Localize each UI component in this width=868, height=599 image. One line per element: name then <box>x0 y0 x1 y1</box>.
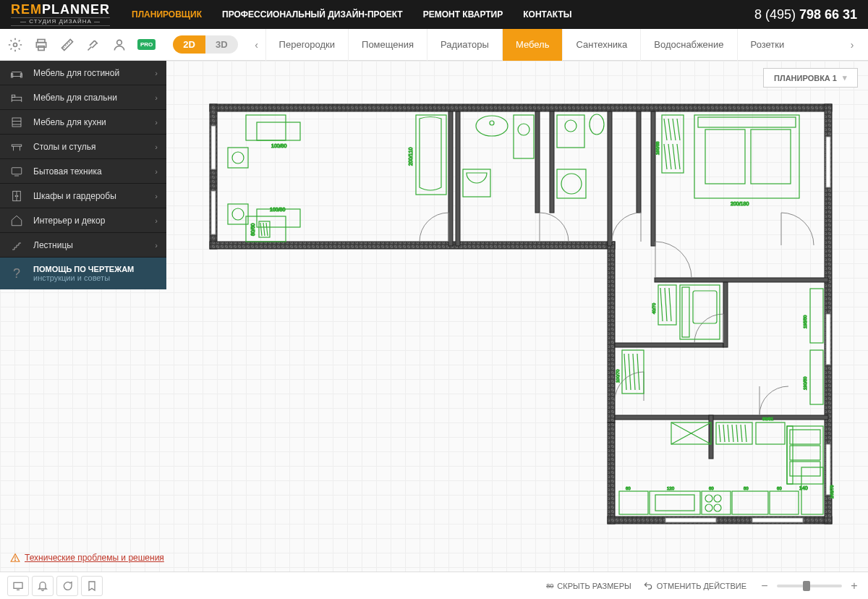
tabs-scroll-right[interactable]: › <box>843 29 861 61</box>
tools-icon[interactable] <box>85 37 101 53</box>
question-icon: ? <box>9 266 25 281</box>
pro-badge[interactable]: PRO <box>137 39 156 50</box>
svg-line-98 <box>633 354 635 390</box>
svg-point-47 <box>232 208 244 220</box>
chevron-right-icon: › <box>155 241 158 250</box>
svg-rect-7 <box>210 104 832 111</box>
svg-text:60/60: 60/60 <box>250 223 255 236</box>
svg-rect-44 <box>228 148 248 168</box>
svg-point-4 <box>117 40 122 45</box>
sidebar-item-kitchen[interactable]: Мебель для кухни › <box>0 110 166 135</box>
chevron-right-icon: › <box>155 167 158 176</box>
nav-planner[interactable]: ПЛАНИРОВЩИК <box>132 9 202 20</box>
tab-plumbing[interactable]: Сантехника <box>562 29 640 61</box>
chevron-right-icon: › <box>155 93 158 102</box>
floorplan[interactable]: 100/80 100/80 60/60 200/110 <box>203 97 854 548</box>
tab-water[interactable]: Водоснабжение <box>640 29 736 61</box>
svg-rect-90 <box>693 291 717 323</box>
chevron-right-icon: › <box>155 118 158 127</box>
zoom-out-button[interactable]: − <box>758 579 771 592</box>
svg-point-128 <box>705 504 712 511</box>
nav-contacts[interactable]: КОНТАКТЫ <box>523 9 571 20</box>
view-2d-button[interactable]: 2D <box>173 35 205 54</box>
svg-line-84 <box>660 288 663 321</box>
svg-point-64 <box>565 120 576 132</box>
svg-rect-22 <box>615 343 723 347</box>
sidebar-item-bedroom[interactable]: Мебель для спальни › <box>0 85 166 110</box>
svg-rect-42 <box>257 122 300 140</box>
chevron-right-icon: › <box>155 216 158 225</box>
tech-issues-link[interactable]: Технические проблемы и решения <box>10 553 164 563</box>
svg-text:100/80: 100/80 <box>270 207 286 212</box>
print-icon[interactable] <box>33 37 49 53</box>
sidebar-item-living[interactable]: Мебель для гостиной › <box>0 61 166 85</box>
tabs-scroll-left[interactable]: ‹ <box>248 29 265 61</box>
bottom-right-actions: 80 СКРЫТЬ РАЗМЕРЫ ОТМЕНИТЬ ДЕЙСТВИЕ − + <box>546 579 861 592</box>
tab-partitions[interactable]: Перегородки <box>265 29 348 61</box>
zoom-in-button[interactable]: + <box>848 579 861 592</box>
view-toggle: 2D 3D <box>173 35 237 54</box>
chevron-right-icon: › <box>155 143 158 151</box>
sidebar-item-stairs[interactable]: Лестницы › <box>0 233 166 258</box>
tab-furniture[interactable]: Мебель <box>502 29 563 61</box>
sidebar-help[interactable]: ? ПОМОЩЬ ПО ЧЕРТЕЖАМ инструкции и советы <box>0 258 166 289</box>
tab-rooms[interactable]: Помещения <box>348 29 427 61</box>
svg-rect-56 <box>416 115 446 195</box>
svg-line-96 <box>624 354 626 390</box>
ruler-icon[interactable] <box>59 37 75 53</box>
svg-rect-89 <box>682 287 689 337</box>
svg-text:135/50: 135/50 <box>803 315 807 328</box>
svg-line-74 <box>668 144 671 169</box>
svg-text:200/110: 200/110 <box>408 148 413 166</box>
svg-rect-79 <box>698 117 796 127</box>
bed-icon <box>9 90 25 106</box>
person-icon[interactable] <box>111 37 127 53</box>
nav-renovation[interactable]: РЕМОНТ КВАРТИР <box>423 9 503 20</box>
svg-point-45 <box>232 152 244 163</box>
hide-sizes-button[interactable]: 80 СКРЫТЬ РАЗМЕРЫ <box>546 582 631 590</box>
logo-subtitle: — СТУДИЯ ДИЗАЙНА — <box>11 17 110 26</box>
svg-rect-14 <box>448 111 453 246</box>
svg-point-155 <box>17 195 18 196</box>
svg-rect-28 <box>826 137 830 187</box>
svg-rect-120 <box>619 491 648 514</box>
bookmark-icon[interactable] <box>81 576 103 596</box>
svg-rect-17 <box>550 111 554 213</box>
view-3d-button[interactable]: 3D <box>205 35 238 54</box>
screen-icon[interactable] <box>7 576 29 596</box>
svg-rect-101 <box>716 422 752 444</box>
sidebar-item-appliances[interactable]: Бытовая техника › <box>0 159 166 184</box>
sidebar-item-tables[interactable]: Столы и стулья › <box>0 135 166 159</box>
nav-design-project[interactable]: ПРОФЕССИОНАЛЬНЫЙ ДИЗАЙН-ПРОЕКТ <box>222 9 403 20</box>
svg-point-66 <box>561 174 582 194</box>
tab-sockets[interactable]: Розетки <box>737 29 798 61</box>
tabs: Перегородки Помещения Радиаторы Мебель С… <box>265 29 843 61</box>
svg-rect-10 <box>608 242 615 422</box>
svg-rect-144 <box>12 118 21 127</box>
zoom-slider[interactable] <box>777 585 842 587</box>
svg-text:40/70: 40/70 <box>652 302 656 314</box>
settings-icon[interactable] <box>7 37 23 53</box>
bell-icon[interactable] <box>32 576 54 596</box>
svg-line-103 <box>723 425 725 442</box>
chat-icon[interactable] <box>56 576 78 596</box>
undo-button[interactable]: ОТМЕНИТЬ ДЕЙСТВИЕ <box>643 581 746 591</box>
svg-text:100/80: 100/80 <box>271 143 287 148</box>
sidebar-item-decor[interactable]: Интерьер и декор › <box>0 208 166 233</box>
logo-rem: REM <box>11 2 42 17</box>
logo[interactable]: REMPLANNER — СТУДИЯ ДИЗАЙНА — <box>11 3 110 26</box>
svg-point-127 <box>714 495 721 502</box>
svg-rect-11 <box>608 422 615 524</box>
svg-line-105 <box>732 425 733 442</box>
tab-radiators[interactable]: Радиаторы <box>427 29 502 61</box>
layout-selector[interactable]: ПЛАНИРОВКА 1 ▾ <box>763 68 858 88</box>
svg-rect-158 <box>14 582 22 588</box>
svg-rect-123 <box>655 495 694 511</box>
svg-line-72 <box>677 119 680 140</box>
svg-point-67 <box>590 114 604 135</box>
svg-text:100/70: 100/70 <box>616 369 620 383</box>
sidebar-item-wardrobes[interactable]: Шкафы и гардеробы › <box>0 184 166 208</box>
svg-rect-46 <box>228 204 248 224</box>
svg-rect-150 <box>12 167 22 174</box>
svg-rect-116 <box>790 446 820 460</box>
